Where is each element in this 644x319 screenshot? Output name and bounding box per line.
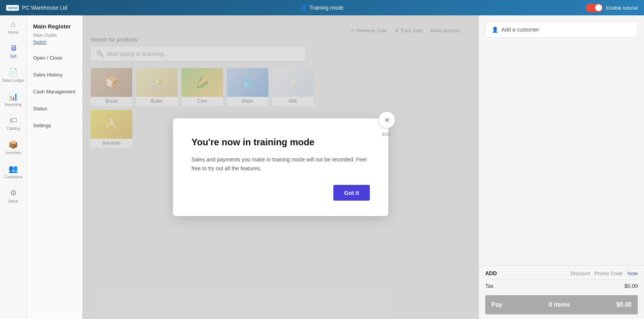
pay-label: Pay bbox=[491, 301, 502, 308]
company-name: PC Warehouse Ltd bbox=[22, 5, 67, 11]
training-mode-indicator: 👤 Training mode bbox=[301, 5, 344, 11]
got-it-button[interactable]: Got it bbox=[333, 185, 370, 201]
close-icon: ✕ bbox=[384, 116, 389, 124]
modal-overlay: You're now in training mode Sales and pa… bbox=[83, 15, 479, 319]
menu-item-status[interactable]: Status bbox=[27, 100, 82, 117]
sidebar-home-label: Home bbox=[8, 30, 18, 35]
modal-body: Sales and payments you make in training … bbox=[191, 155, 370, 173]
sidebar-item-catalog[interactable]: 🏷 Catalog bbox=[0, 111, 27, 135]
register-switch[interactable]: Switch bbox=[27, 40, 82, 50]
top-bar-right: ✕ Enable tutorial bbox=[586, 3, 638, 12]
training-mode-label: Training mode bbox=[310, 5, 344, 11]
sidebar-sell-label: Sell bbox=[10, 54, 17, 58]
catalog-icon: 🏷 bbox=[10, 116, 17, 125]
top-bar: vend PC Warehouse Ltd 👤 Training mode ✕ … bbox=[0, 0, 644, 15]
add-row: ADD Discount Promo Code Note bbox=[485, 270, 638, 276]
add-customer-label: Add a customer bbox=[501, 27, 539, 33]
reporting-icon: 📊 bbox=[8, 92, 18, 101]
sidebar-sales-ledger-label: Sales Ledger bbox=[2, 78, 25, 83]
close-modal-button[interactable]: ✕ ESC bbox=[378, 111, 395, 128]
promo-code-link[interactable]: Promo Code bbox=[595, 271, 623, 276]
tutorial-label: Enable tutorial bbox=[606, 5, 638, 11]
add-customer-bar[interactable]: 👤 Add a customer bbox=[485, 22, 638, 38]
sidebar-customers-label: Customers bbox=[4, 175, 22, 179]
toggle-x-icon: ✕ bbox=[598, 6, 601, 10]
register-title: Main Register bbox=[27, 18, 82, 33]
inventory-icon: 📦 bbox=[8, 140, 18, 149]
training-mode-icon: 👤 bbox=[301, 5, 307, 11]
pay-button[interactable]: Pay 0 items $0.00 bbox=[485, 295, 638, 314]
training-mode-modal: You're now in training mode Sales and pa… bbox=[173, 118, 388, 216]
pay-total: $0.00 bbox=[616, 301, 632, 308]
main-layout: ⌂ Home 🖥 Sell 📄 Sales Ledger 📊 Reporting… bbox=[0, 15, 644, 319]
setup-icon: ⚙ bbox=[10, 188, 17, 198]
note-link[interactable]: Note bbox=[627, 271, 638, 276]
top-bar-left: vend PC Warehouse Ltd bbox=[6, 5, 67, 11]
add-section: ADD Discount Promo Code Note Tax $0.00 P… bbox=[479, 265, 644, 319]
menu-item-cash-management[interactable]: Cash Management bbox=[27, 83, 82, 100]
tutorial-toggle[interactable]: ✕ bbox=[586, 3, 603, 12]
sidebar-item-reporting[interactable]: 📊 Reporting bbox=[0, 87, 27, 111]
menu-item-open-close[interactable]: Open / Close bbox=[27, 50, 82, 66]
sidebar-item-inventory[interactable]: 📦 Inventory bbox=[0, 135, 27, 160]
tax-label: Tax bbox=[485, 283, 494, 289]
sidebar-item-setup[interactable]: ⚙ Setup bbox=[0, 184, 27, 208]
add-links: Discount Promo Code Note bbox=[571, 271, 638, 276]
sales-ledger-icon: 📄 bbox=[8, 68, 18, 77]
sidebar-item-sell[interactable]: 🖥 Sell bbox=[0, 39, 27, 63]
main-content: ↩ Retrieve Sale ⏸ Park Sale More Actions… bbox=[83, 15, 479, 319]
esc-label: ESC bbox=[382, 132, 391, 136]
sidebar-icons: ⌂ Home 🖥 Sell 📄 Sales Ledger 📊 Reporting… bbox=[0, 15, 27, 319]
sidebar-item-home[interactable]: ⌂ Home bbox=[0, 15, 27, 39]
tax-value: $0.00 bbox=[624, 283, 638, 289]
right-panel: 👤 Add a customer ADD Discount Promo Code… bbox=[479, 15, 644, 319]
pay-items: 0 items bbox=[549, 301, 570, 308]
sidebar-setup-label: Setup bbox=[8, 199, 18, 203]
add-label: ADD bbox=[485, 270, 497, 276]
modal-title: You're now in training mode bbox=[191, 137, 370, 148]
customers-icon: 👥 bbox=[8, 164, 18, 173]
sell-icon: 🖥 bbox=[10, 44, 17, 53]
sidebar-reporting-label: Reporting bbox=[5, 103, 22, 107]
vend-logo: vend bbox=[6, 5, 19, 11]
modal-container: You're now in training mode Sales and pa… bbox=[173, 118, 388, 216]
sidebar-secondary: Main Register Main Outlet Switch Open / … bbox=[27, 15, 83, 319]
sidebar-catalog-label: Catalog bbox=[7, 126, 20, 131]
sidebar-item-customers[interactable]: 👥 Customers bbox=[0, 160, 27, 184]
sidebar-item-sales-ledger[interactable]: 📄 Sales Ledger bbox=[0, 63, 27, 87]
register-outlet: Main Outlet bbox=[27, 33, 82, 40]
sidebar-inventory-label: Inventory bbox=[5, 151, 21, 155]
discount-link[interactable]: Discount bbox=[571, 271, 590, 276]
customer-icon: 👤 bbox=[492, 27, 498, 33]
home-icon: ⌂ bbox=[11, 20, 15, 29]
menu-item-settings[interactable]: Settings bbox=[27, 117, 82, 134]
menu-item-sales-history[interactable]: Sales History bbox=[27, 66, 82, 83]
tax-row: Tax $0.00 bbox=[485, 279, 638, 292]
modal-footer: Got it bbox=[191, 185, 370, 201]
